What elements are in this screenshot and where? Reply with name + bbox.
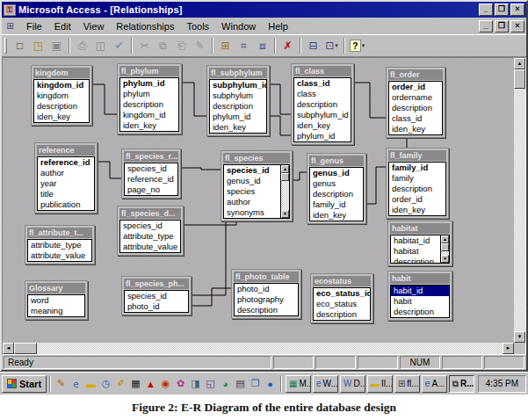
vertical-scroll-thumb[interactable] [514,69,525,89]
scroll-right-icon[interactable]: ► [503,343,514,354]
print-preview-button[interactable]: ◫ [91,37,110,54]
field-fl_species-synonyms[interactable]: synonyms [224,207,280,218]
field-ecostatus-eco_status_id[interactable]: eco_status_id [314,288,370,299]
relationship-line-fl_photo_table-fl_species_ph[interactable] [192,288,231,306]
vertical-scrollbar[interactable]: ▲ ▼ [514,58,525,343]
table-title-habit[interactable]: habit [390,273,450,284]
quicklaunch-photo-icon[interactable]: ◨ [188,376,203,392]
new-button[interactable]: □ [11,37,29,54]
table-title-habitat[interactable]: habitat [390,223,450,234]
scroll-track[interactable] [281,181,289,210]
field-reference-year[interactable]: year [38,178,94,189]
table-habit[interactable]: habithabit_idhabitdescription [387,271,452,321]
quicklaunch-media-ball-icon[interactable]: ◉ [158,376,173,392]
field-fl_order-class_id[interactable]: class_id [389,113,442,124]
field-fl_phylum-phylum_id[interactable]: phylum_id [120,78,178,89]
field-fl_class-class[interactable]: class [294,89,351,99]
field-habitat-habitat_id[interactable]: habitat_id [391,235,440,246]
table-title-reference[interactable]: reference [37,145,95,156]
field-fl_species-genus_id[interactable]: genus_id [224,176,280,186]
field-fl_species_r-species_id[interactable]: species_id [125,163,177,174]
quicklaunch-tv-icon[interactable]: ◱ [203,376,218,392]
field-fl_species_d-attribute_type[interactable]: attribute_type [120,231,180,242]
menu-window[interactable]: Window [215,19,262,33]
table-title-fl_species[interactable]: fl_species [223,153,290,163]
show-direct-relationships-button[interactable]: ⌗ [235,37,253,54]
table-fl_species[interactable]: fl_speciesspecies_idgenus_idspeciesautho… [221,150,293,221]
table-fl_attribute_t[interactable]: fl_attribute_t...attribute_typeattribute… [25,225,95,264]
new-object-button[interactable]: ⊡▾ [322,37,341,54]
table-glossary[interactable]: Glossarywordmeaning [25,280,88,320]
table-fl_family[interactable]: fl_familyfamily_idfamilydescriptionorder… [386,148,449,219]
table-fl_species_d[interactable]: fl_species_d...species_idattribute_typea… [117,206,184,256]
field-fl_species_d-attribute_value[interactable]: attribute_value [120,242,180,252]
quicklaunch-internet-explorer-icon[interactable]: e [69,376,83,392]
relationship-line-fl_genus-fl_species[interactable] [293,172,307,180]
relationships-window-icon[interactable]: ⊞ [4,20,17,32]
menu-relationships[interactable]: Relationships [110,19,180,33]
child-close-button[interactable]: × [510,20,524,33]
field-fl_species_ph-photo_id[interactable]: photo_id [125,301,188,312]
table-title-ecostatus[interactable]: ecostatus [313,276,371,286]
quicklaunch-window-icon[interactable]: ❐ [248,376,263,392]
table-title-fl_family[interactable]: fl_family [388,150,446,161]
field-habit-description[interactable]: description [391,307,449,317]
field-fl_species_r-page_no[interactable]: page_no [125,185,177,195]
field-fl_attribute_t-attribute_value[interactable]: attribute_value [28,250,91,261]
table-fl_subphylum[interactable]: fl_subphylumsubphylum_idsubphylumdescrip… [206,65,270,136]
format-painter-button[interactable]: ✎ [191,37,209,54]
field-kingdom-kingdom_id[interactable]: kingdom_id [34,80,89,91]
taskbar-button-5[interactable]: eA... [422,375,447,393]
table-fl_phylum[interactable]: fl_phylumphylum_idphylumdescriptionkingd… [117,63,182,134]
field-fl_family-family[interactable]: family [389,173,445,184]
relationship-line-fl_class-fl_order[interactable] [354,83,386,118]
minimize-button[interactable]: _ [479,4,493,16]
field-fl_subphylum-description[interactable]: description [210,101,266,112]
table-fl_genus[interactable]: fl_genusgenus_idgenusdescriptionfamily_i… [307,153,366,224]
dropdown-arrow-icon[interactable]: ▾ [335,42,338,49]
field-fl_genus-family_id[interactable]: family_id [310,199,363,210]
quicklaunch-screen-icon[interactable]: ▦ [128,376,143,392]
field-fl_genus-genus_id[interactable]: genus_id [310,168,363,178]
table-title-kingdom[interactable]: kingdom [33,68,90,78]
horizontal-scroll-thumb[interactable] [14,343,37,354]
relationship-line-fl_subphylum-fl_class[interactable] [270,84,291,114]
relationship-line-fl_phylum-fl_subphylum[interactable] [182,83,206,116]
field-fl_species_ph-species_id[interactable]: species_id [125,291,188,301]
field-fl_phylum-phylum[interactable]: phylum [120,89,178,99]
menu-file[interactable]: File [20,19,48,33]
field-fl_species-species[interactable]: species [224,186,280,197]
field-fl_class-phylum_id[interactable]: phylum_id [294,131,351,141]
relationship-line-fl_subphylum-fl_class[interactable] [270,116,291,135]
scroll-thumb[interactable] [441,243,449,251]
print-button[interactable]: ⎙ [73,37,91,54]
field-ecostatus-description[interactable]: description [314,309,370,320]
taskbar-button-4[interactable]: ⊞fl... [394,375,420,393]
field-fl_photo_table-description[interactable]: description [235,305,298,315]
field-fl_phylum-iden_key[interactable]: iden_key [120,120,178,131]
open-folder-button[interactable]: ◳ [29,37,47,54]
taskbar-button-0[interactable]: ▦M... [286,375,311,393]
start-button[interactable]: Start [2,375,47,393]
scroll-up-icon[interactable]: ▲ [514,58,525,69]
field-fl_species-author[interactable]: author [224,197,280,207]
table-fl_species_ph[interactable]: fl_species_ph...species_idphoto_id [121,276,192,315]
scroll-down-icon[interactable]: ▼ [281,210,289,218]
restore-button[interactable]: ❐ [495,4,509,16]
quicklaunch-paint-icon[interactable]: ✿ [173,376,188,392]
field-fl_order-order_id[interactable]: order_id [389,82,442,92]
field-fl_photo_table-photo_id[interactable]: photo_id [235,284,298,294]
table-reference[interactable]: referencereference_idauthoryeartitlepubl… [34,142,98,214]
field-fl_subphylum-iden_key[interactable]: iden_key [210,122,266,133]
child-restore-button[interactable]: ❐ [495,20,509,33]
quicklaunch-msn-icon[interactable]: ● [263,376,278,392]
field-fl_class-iden_key[interactable]: iden_key [294,120,351,131]
table-title-fl_class[interactable]: fl_class [293,66,351,76]
taskbar-button-2[interactable]: WD... [340,375,365,393]
field-fl_order-description[interactable]: description [389,103,442,113]
field-fl_attribute_t-attribute_type[interactable]: attribute_type [28,240,91,250]
table-title-glossary[interactable]: Glossary [27,283,85,293]
child-minimize-button[interactable]: _ [479,20,493,33]
menu-edit[interactable]: Edit [48,19,77,33]
field-fl_species_r-reference_id[interactable]: reference_id [125,174,177,185]
